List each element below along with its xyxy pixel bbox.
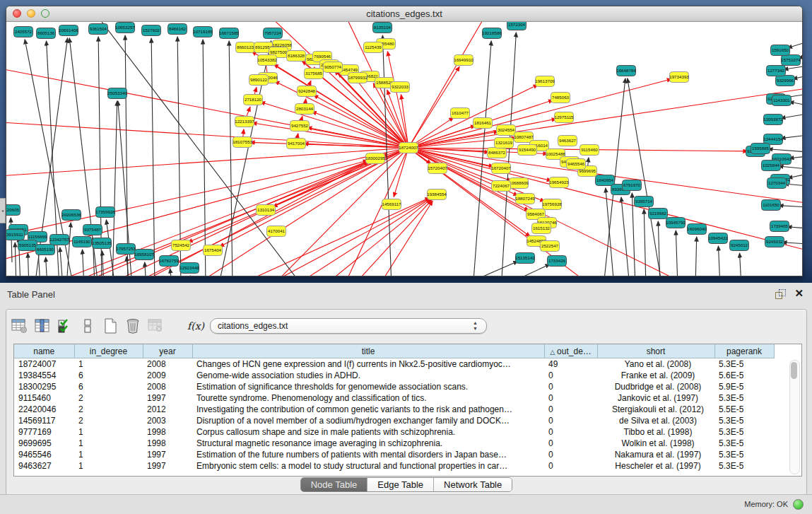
table-row[interactable]: 911546021997Tourette syndrome. Phenomeno… [14,392,774,404]
network-node-1025844[interactable]: 1025844 [762,160,781,171]
network-node-12213397[interactable]: 12213397 [235,117,254,127]
table-row[interactable]: 1456911722003Disruption of a novel membe… [14,415,774,426]
network-node-19734393[interactable]: 19734393 [669,72,689,83]
close-panel-icon[interactable]: ✕ [794,287,804,300]
network-node-16648784[interactable]: 16648784 [616,66,636,76]
network-node-3175685[interactable]: 3175685 [305,69,324,79]
network-node-1739465[interactable]: 1739465 [770,221,789,232]
network-node-12975115[interactable]: 12975115 [554,112,574,123]
table-row[interactable]: 946362711997Embryonic stem cells: a mode… [14,460,774,472]
network-node-10945422[interactable]: 10945422 [708,233,728,244]
table-row[interactable]: 2242004622012Investigating the contribut… [14,404,774,415]
network-node-12093872[interactable]: 12093872 [763,115,783,125]
network-node-18799931[interactable]: 18799931 [348,73,367,83]
select-columns-icon[interactable] [33,317,52,334]
network-node-16782759[interactable]: 16782759 [159,256,179,267]
network-node-2405572[interactable]: 2405572 [14,27,33,37]
tab-node-table[interactable]: Node Table [301,478,367,491]
network-node-1591650[interactable]: 1591650 [771,45,790,56]
network-node-9115460[interactable]: 9115460 [580,145,599,156]
network-node-17957253[interactable]: 17957253 [116,244,136,255]
network-node-1145190[interactable]: 1145190 [73,237,92,247]
network-node-7485063[interactable]: 7485063 [551,93,570,103]
network-node-18300295[interactable]: 18300295 [365,153,385,164]
network-node-15751074[interactable]: 15751074 [781,55,801,66]
network-node-10945790[interactable]: 10945790 [666,218,686,228]
network-node-12342757[interactable]: 12342757 [49,235,69,245]
network-node-1321619[interactable]: 1321619 [495,138,514,148]
network-node-8486372[interactable]: 8486372 [488,148,507,158]
network-node-7524542[interactable]: 7524542 [172,240,191,251]
network-node-2803144[interactable]: 2803144 [295,104,314,115]
tab-edge-table[interactable]: Edge Table [367,478,433,491]
network-node-10688609[interactable]: 10688609 [509,178,529,189]
network-node-1610477[interactable]: 1610477 [451,108,470,119]
table-scrollbar[interactable] [789,360,800,474]
network-node-1816461[interactable]: 1816461 [473,118,493,129]
network-node-16720407[interactable]: 16720407 [491,163,511,174]
network-node-6791970[interactable]: 6791970 [623,180,642,191]
network-node-16958107[interactable]: 16958107 [134,250,154,260]
table-row[interactable]: 977716911998Corpus callosum shape and si… [14,426,774,438]
network-node-20691406[interactable]: 20691406 [59,25,78,36]
column-header-title[interactable]: title [192,344,544,358]
network-node-8605190[interactable]: 8605190 [36,245,55,255]
float-panel-icon[interactable] [775,289,785,299]
network-node-1572304[interactable]: 1572304 [507,22,526,30]
network-node-1101650[interactable]: 1101650 [762,200,781,211]
network-node-9329966[interactable]: 9329966 [776,76,795,86]
tab-network-table[interactable]: Network Table [433,478,512,491]
network-node-7224067[interactable]: 7224067 [492,181,511,192]
network-node-9219982[interactable]: 9219982 [649,209,668,219]
network-node-14569117[interactable]: 14569117 [382,199,401,210]
network-node-9050774[interactable]: 9050774 [324,62,343,73]
network-node-4170041[interactable]: 4170041 [267,226,286,237]
network-node-1143301[interactable]: 1143301 [772,95,792,106]
network-node-20206536[interactable]: 20206536 [61,210,81,221]
table-chooser-dropdown[interactable]: citations_edges.txt ▲▼ [210,318,487,334]
delete-column-icon[interactable] [124,317,142,334]
network-node-9463627[interactable]: 9463627 [558,136,577,146]
network-node-9154490[interactable]: 9154490 [518,145,537,156]
network-node-1277342[interactable]: 1277342 [767,66,786,76]
network-node-10543382[interactable]: 10543382 [257,55,277,66]
network-node-9375487[interactable]: 9375487 [83,225,102,235]
network-node-9427552[interactable]: 9427552 [290,121,310,132]
network-node-19613709[interactable]: 19613709 [535,76,555,87]
new-column-icon[interactable] [101,317,119,334]
network-node-2718120[interactable]: 2718120 [244,95,263,105]
network-node-5905135[interactable]: 5905135 [18,240,37,251]
network-node-9465546[interactable]: 9465546 [567,159,586,170]
network-node-3915911[interactable]: 3915911 [6,230,25,240]
network-node-8135104[interactable]: 8135104 [373,23,392,33]
select-all-icon[interactable] [56,317,74,334]
attribute-table[interactable]: namein_degreeyeartitle△out_de…shortpager… [13,344,802,477]
network-canvas[interactable]: 2405572860513620691406936150410653257152… [6,22,802,276]
column-header-year[interactable]: year [143,344,192,358]
table-row[interactable]: 1872400712008Changes of HCN gene express… [14,358,774,370]
network-window-titlebar[interactable]: citations_edges.txt [6,6,802,22]
network-node-9242848[interactable]: 9242848 [298,86,317,97]
network-node-1733426[interactable]: 1733426 [548,256,567,267]
network-node-9361504[interactable]: 9361504 [89,24,108,35]
network-node-9245032[interactable]: 9245032 [765,237,784,247]
column-header-out_de[interactable]: △out_de… [544,344,597,358]
network-node-9395714[interactable]: 9395714 [635,197,654,207]
network-node-1615132[interactable]: 1615132 [532,223,551,234]
network-node-15135141[interactable]: 15135141 [515,253,535,264]
control-panel-collapse-arrow[interactable]: ◂ [0,198,6,223]
network-node-1270344[interactable]: 1270344 [767,178,787,189]
table-row[interactable]: 1830029562008Estimation of significance … [14,381,774,392]
network-node-2120605[interactable]: 2120605 [6,205,20,216]
unselect-rows-icon[interactable] [78,317,97,334]
network-node-16949910[interactable]: 16949910 [454,55,473,66]
network-node-8186328[interactable]: 8186328 [287,51,306,62]
network-node-1310134[interactable]: 1310134 [257,205,276,216]
table-row[interactable]: 969969511998Structural magnetic resonanc… [14,438,774,449]
network-node-15720407[interactable]: 15720407 [428,163,447,174]
table-row[interactable]: 946554611997Estimation of the future num… [14,449,774,460]
table-scrollbar-thumb[interactable] [791,362,797,379]
network-node-18807249[interactable]: 18807249 [515,194,535,204]
network-node-1640954[interactable]: 1640954 [596,175,615,186]
network-node-19654923[interactable]: 19654923 [549,177,569,188]
